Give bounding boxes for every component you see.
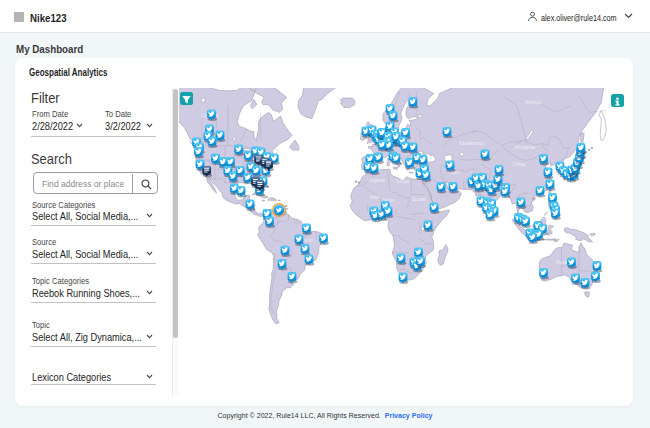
svg-text:Russia: Russia [525,99,541,105]
svg-text:China: China [512,161,525,167]
svg-text:Mongolia: Mongolia [515,144,536,150]
svg-text:Sudan: Sudan [412,196,427,202]
svg-text:Kazakhstan: Kazakhstan [459,140,485,146]
svg-text:Mali: Mali [370,194,379,200]
svg-text:Algeria: Algeria [369,177,385,183]
svg-text:Libya: Libya [397,178,409,184]
